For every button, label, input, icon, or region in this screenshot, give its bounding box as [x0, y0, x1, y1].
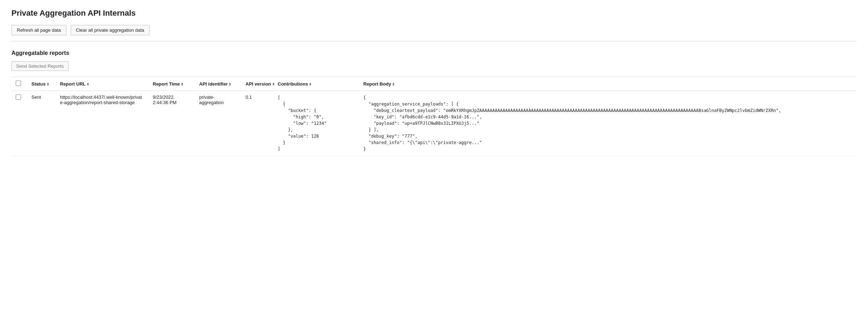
- refresh-button[interactable]: Refresh all page data: [11, 25, 66, 35]
- th-api-ver: API version⇕: [241, 77, 273, 91]
- th-api-id: API identifier⇕: [195, 77, 241, 91]
- page-title: Private Aggregation API Internals: [11, 9, 857, 18]
- row-checkbox[interactable]: [16, 94, 21, 100]
- th-report-body: Report Body⇕: [359, 77, 857, 91]
- top-toolbar: Refresh all page data Clear all private …: [11, 25, 857, 35]
- th-contributions: Contributions⇕: [273, 77, 359, 91]
- th-time: Report Time⇕: [148, 77, 195, 91]
- send-selected-button[interactable]: Send Selected Reports: [11, 61, 69, 71]
- row-contributions: [ { "bucket": { "high": "0", "low": "123…: [273, 91, 359, 156]
- section-title: Aggregatable reports: [11, 50, 857, 56]
- row-time: 9/23/2022, 2:44:36 PM: [148, 91, 195, 156]
- row-api-id: private-aggregation: [195, 91, 241, 156]
- report-body-pre: { "aggregation_service_payloads": [ { "d…: [363, 94, 852, 152]
- section-divider: [11, 41, 857, 41]
- reports-table-wrapper: Status⇕ Report URL⇕ Report Time⇕ API ide…: [11, 77, 857, 156]
- clear-button[interactable]: Clear all private aggregation data: [71, 25, 150, 35]
- th-status: Status⇕: [27, 77, 56, 91]
- select-all-checkbox[interactable]: [16, 81, 21, 86]
- row-status: Sent: [27, 91, 56, 156]
- table-row: Senthttps://localhost:4437/.well-known/p…: [11, 91, 857, 156]
- reports-table: Status⇕ Report URL⇕ Report Time⇕ API ide…: [11, 77, 857, 156]
- th-url: Report URL⇕: [56, 77, 148, 91]
- row-report-body: { "aggregation_service_payloads": [ { "d…: [359, 91, 857, 156]
- table-header-row: Status⇕ Report URL⇕ Report Time⇕ API ide…: [11, 77, 857, 91]
- row-checkbox-cell: [11, 91, 27, 156]
- th-checkbox: [11, 77, 27, 91]
- table-body: Senthttps://localhost:4437/.well-known/p…: [11, 91, 857, 156]
- row-url: https://localhost:4437/.well-known/priva…: [56, 91, 148, 156]
- row-api-ver: 0.1: [241, 91, 273, 156]
- contributions-pre: [ { "bucket": { "high": "0", "low": "123…: [278, 94, 355, 152]
